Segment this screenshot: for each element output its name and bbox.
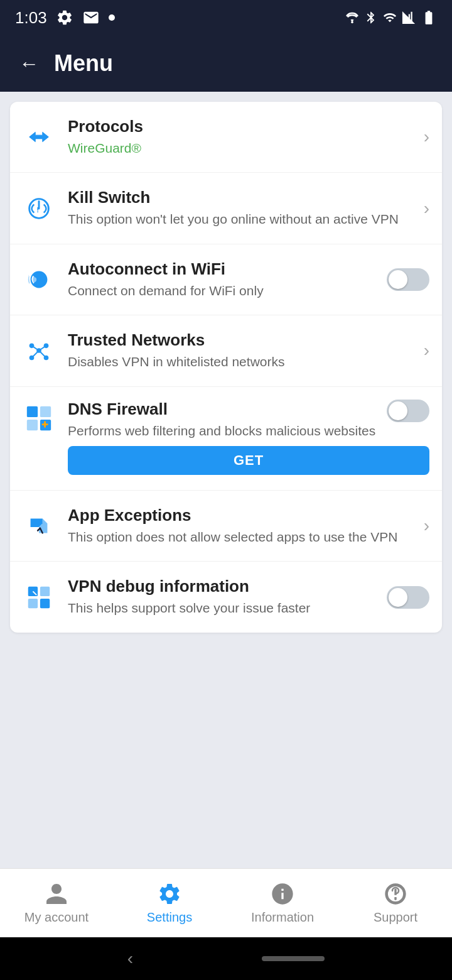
status-time: 1:03 — [15, 8, 47, 28]
protocols-title: Protocols — [68, 117, 411, 136]
signal-icon — [383, 11, 397, 24]
svg-point-21 — [394, 898, 396, 900]
app-exceptions-text: App Exceptions This option does not allo… — [68, 506, 411, 546]
protocols-subtitle: WireGuard® — [68, 139, 411, 157]
gear-nav-icon — [157, 881, 182, 906]
app-exceptions-subtitle: This option does not allow selected apps… — [68, 528, 411, 546]
nav-settings[interactable]: Settings — [113, 869, 226, 937]
killswitch-subtitle: This option won't let you go online with… — [68, 210, 411, 228]
killswitch-title: Kill Switch — [68, 188, 411, 207]
nav-myaccount[interactable]: My account — [0, 869, 113, 937]
home-pill[interactable] — [262, 956, 325, 961]
dns-firewall-item[interactable]: DNS Firewall Performs web filtering and … — [10, 387, 442, 491]
trusted-networks-subtitle: Disables VPN in whitelisted networks — [68, 352, 411, 371]
app-exceptions-item[interactable]: App Exceptions This option does not allo… — [10, 491, 442, 562]
gear-status-icon — [56, 9, 73, 26]
menu-card: Protocols WireGuard® › ! Kill Switch Thi… — [10, 102, 442, 633]
bottom-nav: My account Settings Information Support — [0, 868, 452, 937]
vpn-debug-subtitle: This helps support solve your issue fast… — [68, 599, 374, 617]
trusted-networks-item[interactable]: Trusted Networks Disables VPN in whiteli… — [10, 315, 442, 386]
vpn-debug-toggle[interactable] — [387, 586, 429, 609]
system-nav-bar: ‹ — [0, 937, 452, 980]
nav-myaccount-label: My account — [24, 910, 89, 925]
killswitch-chevron: › — [424, 199, 429, 219]
svg-line-11 — [39, 351, 46, 358]
protocols-chevron: › — [424, 127, 429, 147]
autoconnect-title: Autoconnect in WiFi — [68, 259, 374, 279]
nav-support[interactable]: Support — [339, 869, 452, 937]
trusted-networks-title: Trusted Networks — [68, 330, 411, 350]
app-exceptions-icon — [23, 509, 55, 542]
svg-rect-14 — [27, 419, 38, 430]
signal-bars-icon — [402, 11, 416, 24]
bluetooth-icon — [364, 11, 378, 24]
vpn-debug-text: VPN debug information This helps support… — [68, 577, 374, 617]
dns-firewall-text: DNS Firewall Performs web filtering and … — [68, 400, 429, 475]
killswitch-text: Kill Switch This option won't let you go… — [68, 188, 411, 228]
svg-rect-17 — [40, 586, 50, 596]
svg-rect-12 — [27, 406, 38, 416]
battery-icon — [421, 9, 437, 26]
nav-information-label: Information — [251, 910, 314, 925]
app-exceptions-title: App Exceptions — [68, 506, 411, 525]
svg-text:!: ! — [36, 205, 39, 213]
page-title: Menu — [54, 50, 113, 77]
nav-information[interactable]: Information — [226, 869, 339, 937]
svg-rect-19 — [40, 598, 50, 607]
vpn-debug-icon — [23, 581, 55, 614]
back-button[interactable]: ← — [19, 52, 39, 75]
back-system-button[interactable]: ‹ — [127, 949, 133, 969]
get-button[interactable]: GET — [68, 446, 429, 475]
nav-settings-label: Settings — [147, 910, 192, 925]
person-icon — [44, 881, 69, 906]
protocols-icon — [23, 121, 55, 153]
content-area: Protocols WireGuard® › ! Kill Switch Thi… — [0, 92, 452, 868]
wifi-small-icon — [345, 11, 359, 24]
svg-line-9 — [39, 346, 46, 351]
svg-line-10 — [32, 351, 40, 358]
dns-firewall-icon — [23, 402, 55, 435]
dns-firewall-title: DNS Firewall — [68, 400, 375, 419]
app-exceptions-chevron: › — [424, 516, 429, 536]
app-header: ← Menu — [0, 35, 452, 92]
svg-line-8 — [32, 346, 40, 351]
svg-rect-13 — [40, 406, 51, 416]
trusted-networks-icon — [23, 334, 55, 367]
autoconnect-subtitle: Connect on demand for WiFi only — [68, 281, 374, 300]
trusted-networks-chevron: › — [424, 340, 429, 361]
svg-rect-18 — [28, 598, 38, 607]
protocols-text: Protocols WireGuard® — [68, 117, 411, 157]
gmail-status-icon — [82, 9, 100, 26]
status-right-icons — [345, 9, 437, 26]
notification-dot — [109, 14, 115, 21]
dns-firewall-subtitle: Performs web filtering and blocks malici… — [68, 422, 375, 440]
protocols-item[interactable]: Protocols WireGuard® › — [10, 102, 442, 173]
autoconnect-item[interactable]: Autoconnect in WiFi Connect on demand fo… — [10, 244, 442, 315]
nav-support-label: Support — [374, 910, 417, 925]
info-icon — [270, 881, 295, 906]
autoconnect-icon — [23, 263, 55, 296]
vpn-debug-item[interactable]: VPN debug information This helps support… — [10, 562, 442, 632]
autoconnect-text: Autoconnect in WiFi Connect on demand fo… — [68, 259, 374, 300]
dns-firewall-toggle[interactable] — [387, 400, 429, 422]
autoconnect-toggle[interactable] — [387, 268, 429, 291]
trusted-networks-text: Trusted Networks Disables VPN in whiteli… — [68, 330, 411, 371]
support-icon — [383, 881, 408, 906]
killswitch-icon: ! — [23, 192, 55, 225]
vpn-debug-title: VPN debug information — [68, 577, 374, 596]
killswitch-item[interactable]: ! Kill Switch This option won't let you … — [10, 173, 442, 244]
status-bar: 1:03 — [0, 0, 452, 35]
